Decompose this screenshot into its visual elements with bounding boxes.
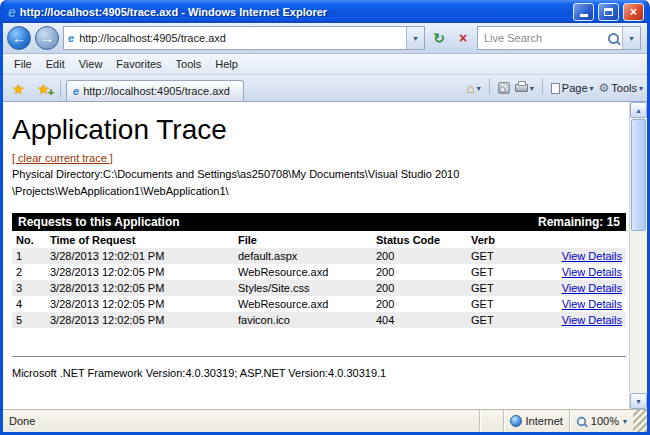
clear-current-trace-link[interactable]: [ clear current trace ]	[12, 152, 113, 164]
search-input[interactable]	[482, 31, 605, 45]
window-title: http://localhost:4905/trace.axd - Window…	[20, 6, 569, 18]
col-status: Status Code	[372, 231, 467, 248]
physical-directory: Physical Directory:C:\Documents and Sett…	[12, 166, 626, 199]
menu-edit[interactable]: Edit	[39, 56, 72, 72]
tab-bar: ★ ★+ e http://localhost:4905/trace.axd ⌂…	[3, 75, 647, 102]
back-button[interactable]: ←	[7, 26, 31, 50]
status-bar: Done Internet 100% ▾	[3, 409, 647, 432]
feeds-button[interactable]	[498, 82, 510, 94]
divider	[489, 78, 490, 94]
chevron-down-icon: ▾	[477, 84, 481, 93]
command-bar: ⌂ ▾ ▾ Page ▾ ⚙ Tools ▾	[466, 78, 643, 98]
forward-button[interactable]: →	[35, 26, 59, 50]
requests-table: No. Time of Request File Status Code Ver…	[12, 231, 626, 328]
address-favicon-icon: e	[68, 33, 74, 44]
menu-view[interactable]: View	[72, 56, 110, 72]
menu-file[interactable]: File	[7, 56, 39, 72]
home-icon: ⌂	[466, 81, 474, 95]
page-icon	[551, 83, 560, 94]
rss-feed-icon	[498, 82, 510, 94]
table-row: 2 3/28/2013 12:02:05 PM WebResource.axd …	[12, 264, 626, 280]
address-input[interactable]	[77, 31, 403, 45]
chevron-down-icon: ▾	[530, 84, 534, 93]
page-content: Application Trace [ clear current trace …	[3, 102, 629, 409]
scrollbar-thumb[interactable]	[631, 119, 646, 231]
zoom-level: 100%	[591, 415, 619, 427]
maximize-icon	[604, 8, 613, 16]
home-button[interactable]: ⌂ ▾	[466, 81, 480, 95]
chevron-down-icon: ▾	[639, 84, 643, 93]
ie-icon: e	[8, 5, 16, 19]
address-history-dropdown[interactable]: ▾	[406, 27, 424, 49]
favorites-center-button[interactable]: ★	[7, 79, 30, 99]
ie-window: e http://localhost:4905/trace.axd - Wind…	[0, 0, 650, 435]
stop-button[interactable]: ×	[453, 28, 473, 48]
col-details	[529, 231, 626, 248]
scroll-down-button[interactable]: ▼	[630, 393, 647, 409]
col-file: File	[234, 231, 372, 248]
view-details-link[interactable]: View Details	[562, 266, 622, 278]
close-button[interactable]: ×	[623, 3, 644, 21]
table-row: 1 3/28/2013 12:02:01 PM default.aspx 200…	[12, 248, 626, 264]
maximize-button[interactable]	[598, 3, 619, 21]
menu-favorites[interactable]: Favorites	[109, 56, 168, 72]
divider	[12, 356, 626, 357]
chevron-down-icon: ▾	[413, 34, 417, 43]
table-row: 5 3/28/2013 12:02:05 PM favicon.ico 404 …	[12, 312, 626, 328]
col-time: Time of Request	[46, 231, 234, 248]
search-box[interactable]: ▾	[477, 26, 641, 50]
navigation-bar: ← → e ▾ ↻ × ▾	[3, 23, 647, 54]
browser-viewport: Application Trace [ clear current trace …	[3, 102, 647, 409]
refresh-button[interactable]: ↻	[429, 28, 449, 48]
physical-directory-line1: Physical Directory:C:\Documents and Sett…	[12, 166, 626, 183]
menu-help[interactable]: Help	[208, 56, 245, 72]
minimize-icon	[580, 14, 588, 17]
remaining-count: Remaining: 15	[538, 215, 620, 229]
printer-icon	[515, 84, 528, 92]
view-details-link[interactable]: View Details	[562, 250, 622, 262]
page-menu-button[interactable]: Page ▾	[551, 82, 594, 94]
status-text: Done	[9, 415, 35, 427]
menu-tools[interactable]: Tools	[169, 56, 209, 72]
view-details-link[interactable]: View Details	[562, 298, 622, 310]
status-spacer-zone	[479, 410, 503, 432]
page-title: Application Trace	[12, 114, 626, 146]
print-button[interactable]: ▾	[515, 84, 534, 93]
vertical-scrollbar[interactable]: ▲ ▼	[629, 102, 647, 409]
globe-icon	[510, 415, 522, 427]
col-verb: Verb	[467, 231, 529, 248]
zoom-icon	[577, 416, 586, 425]
framework-version-text: Microsoft .NET Framework Version:4.0.303…	[12, 367, 626, 379]
requests-header-bar: Requests to this Application Remaining: …	[12, 213, 626, 231]
tab-trace-axd[interactable]: e http://localhost:4905/trace.axd	[66, 80, 244, 101]
table-row: 3 3/28/2013 12:02:05 PM Styles/Site.css …	[12, 280, 626, 296]
gear-icon: ⚙	[599, 82, 610, 94]
tab-favicon-icon: e	[73, 86, 79, 97]
resize-grip[interactable]	[633, 410, 647, 432]
chevron-down-icon: ▾	[590, 84, 594, 93]
chevron-down-icon: ▾	[629, 34, 633, 43]
security-zone: Internet	[503, 410, 569, 432]
scroll-up-button[interactable]: ▲	[630, 102, 647, 118]
status-zone: Done	[3, 410, 479, 432]
divider	[542, 78, 543, 94]
search-options-dropdown[interactable]: ▾	[622, 27, 640, 49]
chevron-down-icon: ▾	[623, 417, 627, 426]
col-no: No.	[12, 231, 46, 248]
minimize-button[interactable]	[573, 3, 594, 21]
tab-title: http://localhost:4905/trace.axd	[83, 85, 230, 97]
add-favorite-button[interactable]: ★+	[32, 79, 55, 99]
requests-title: Requests to this Application	[18, 215, 180, 229]
zone-label: Internet	[526, 415, 563, 427]
physical-directory-line2: \Projects\WebApplication1\WebApplication…	[12, 183, 626, 200]
search-icon[interactable]	[608, 33, 619, 44]
tools-menu-button[interactable]: ⚙ Tools ▾	[599, 82, 643, 94]
table-header-row: No. Time of Request File Status Code Ver…	[12, 231, 626, 248]
menu-bar: File Edit View Favorites Tools Help	[3, 54, 647, 75]
page-menu-label: Page	[562, 82, 588, 94]
view-details-link[interactable]: View Details	[562, 282, 622, 294]
address-bar[interactable]: e ▾	[63, 26, 425, 50]
view-details-link[interactable]: View Details	[562, 314, 622, 326]
zoom-control[interactable]: 100% ▾	[569, 410, 633, 432]
titlebar[interactable]: e http://localhost:4905/trace.axd - Wind…	[3, 0, 647, 23]
